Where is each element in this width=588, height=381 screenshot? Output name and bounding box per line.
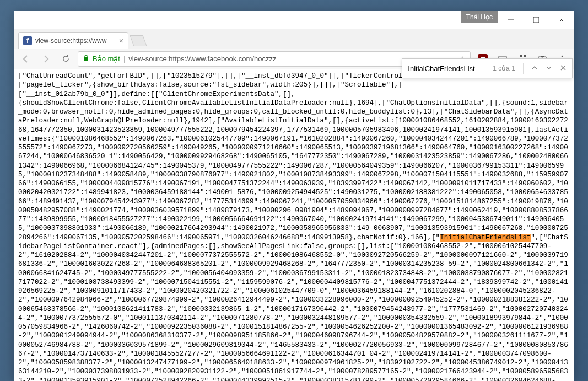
source-line: ["ChatUnreadCount","getForFBID",[],["102…: [18, 72, 407, 80]
tab-bar: f view-source:https://www ×: [14, 29, 574, 49]
svg-rect-4: [84, 57, 88, 61]
find-in-page-bar: 1 của 1: [402, 58, 573, 78]
minimize-button[interactable]: [498, 11, 524, 29]
url-text: view-source:https://www.facebook.com/hoc…: [128, 55, 276, 63]
new-tab-button[interactable]: [130, 35, 147, 46]
find-input[interactable]: [408, 65, 485, 73]
facebook-favicon: f: [23, 36, 32, 45]
window-titlebar: Thái Học: [14, 11, 574, 29]
back-button[interactable]: [18, 51, 34, 67]
window-close-button[interactable]: [549, 11, 574, 29]
reload-button[interactable]: [58, 51, 73, 67]
tab-close-icon[interactable]: ×: [119, 36, 123, 45]
find-prev-button[interactable]: [531, 65, 538, 73]
tab-title: view-source:https://www: [35, 37, 106, 45]
lock-icon: [83, 55, 89, 63]
find-count: 1 của 1: [493, 65, 515, 72]
source-line: ["__inst_012ab79b_0_0"]],define:[["Clien…: [18, 90, 295, 98]
user-badge: Thái Học: [461, 11, 498, 23]
find-close-button[interactable]: [560, 65, 567, 73]
find-next-button[interactable]: [546, 65, 552, 73]
source-line: ",["ChatSidebarPageListContainer.react"]…: [18, 234, 568, 382]
search-highlight: InitialChatFriendsList: [440, 234, 531, 242]
svg-point-15: [562, 55, 563, 57]
svg-rect-9: [524, 55, 526, 57]
page-source-content[interactable]: ["ChatUnreadCount","getForFBID",[],["102…: [14, 69, 574, 381]
source-line: ["pagelet_ticker",{show_birthdays:false,…: [18, 81, 403, 89]
url-separator: |: [123, 55, 125, 63]
svg-rect-14: [541, 56, 544, 57]
maximize-button[interactable]: [524, 11, 549, 29]
svg-rect-1: [533, 17, 539, 23]
find-separator: [523, 63, 524, 74]
forward-button[interactable]: [38, 51, 53, 67]
secure-label: Bảo mật: [93, 55, 120, 63]
browser-tab[interactable]: f view-source:https://www ×: [18, 32, 128, 49]
svg-rect-8: [520, 55, 522, 57]
browser-window: Thái Học f view-source:https://www ×: [14, 11, 574, 381]
source-line: {shouldShowClientChrome:false,ClientChro…: [18, 99, 568, 242]
